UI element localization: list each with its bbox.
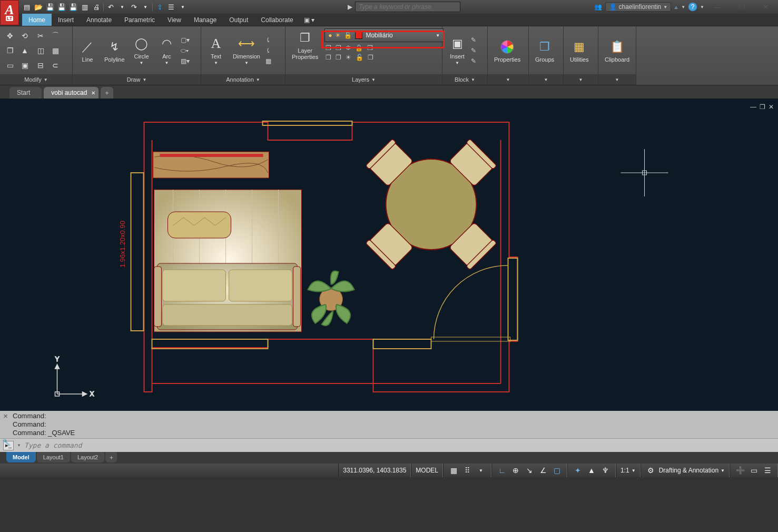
layer-tool-icon[interactable]: ❐: [367, 44, 373, 52]
polyline-button[interactable]: ↯Polyline: [101, 37, 128, 64]
polar-icon[interactable]: ⊕: [510, 466, 521, 475]
scale-icon[interactable]: ▣: [18, 58, 32, 72]
layout-tab-1[interactable]: Layout1: [37, 452, 70, 462]
layer-tool-icon[interactable]: ❄: [346, 44, 351, 52]
mirror-icon[interactable]: ▲: [18, 44, 32, 57]
layer-tool-icon[interactable]: ☀: [346, 54, 351, 61]
panel-label-groups[interactable]: ▼: [529, 74, 563, 85]
openweb-icon[interactable]: ▥: [80, 2, 90, 12]
panel-label-draw[interactable]: Draw ▼: [73, 74, 201, 85]
array-icon[interactable]: ▦: [48, 44, 62, 57]
lweight-icon[interactable]: ✦: [572, 466, 584, 475]
tab-insert[interactable]: Insert: [52, 14, 80, 26]
hatch-icon[interactable]: ▨▾: [181, 57, 190, 65]
tab-parametric[interactable]: Parametric: [118, 14, 161, 26]
dimension-button[interactable]: ⟷Dimension▼: [230, 34, 263, 66]
offset-icon[interactable]: ◫: [34, 44, 47, 57]
panel-label-modify[interactable]: Modify ▼: [0, 74, 72, 85]
table-icon[interactable]: ▦: [265, 57, 271, 65]
groups-button[interactable]: ❐Groups: [532, 37, 557, 64]
layer-tool-icon[interactable]: ❐: [368, 54, 373, 61]
app-exchange-icon[interactable]: ⟁: [674, 3, 678, 11]
rotate-icon[interactable]: ⟲: [18, 29, 32, 43]
status-space[interactable]: MODEL: [411, 464, 443, 477]
layer-tool-icon[interactable]: ❐: [326, 54, 331, 61]
close-icon[interactable]: ✕: [91, 90, 95, 96]
line-button[interactable]: ／Line: [76, 37, 99, 64]
circle-button[interactable]: ◯Circle▼: [130, 34, 153, 66]
ellipse-icon[interactable]: ⬭▾: [181, 47, 190, 54]
panel-label-utilities[interactable]: ▼: [564, 74, 598, 85]
stretch-icon[interactable]: ▭: [3, 58, 17, 72]
panel-label-properties[interactable]: ▼: [488, 74, 528, 85]
insert-button[interactable]: ▣Insert▼: [446, 34, 469, 66]
chevron-down-icon[interactable]: ▼: [117, 2, 127, 12]
help-icon[interactable]: ?: [688, 3, 697, 11]
monitor-icon[interactable]: ➕: [734, 466, 746, 475]
chevron-down-icon[interactable]: ▼: [178, 2, 188, 12]
leader2-icon[interactable]: ⤹: [265, 47, 271, 54]
copy-icon[interactable]: ❐: [3, 44, 17, 57]
vp-restore-icon[interactable]: ❐: [760, 103, 765, 111]
tab-output[interactable]: Output: [223, 14, 254, 26]
app-logo[interactable]: ALT: [0, 0, 19, 25]
layer-tool-icon[interactable]: ❐: [336, 44, 341, 52]
status-coords[interactable]: 3311.0396, 1403.1835: [338, 464, 411, 477]
undo-icon[interactable]: ↶: [106, 2, 115, 12]
transparency-icon[interactable]: ▲: [586, 466, 597, 475]
chevron-down-icon[interactable]: ▼: [681, 5, 685, 9]
tab-collaborate[interactable]: Collaborate: [254, 14, 299, 26]
customize-icon[interactable]: ☰: [762, 466, 773, 475]
chevron-down-icon[interactable]: ▼: [17, 443, 21, 448]
saveas-icon[interactable]: 💾: [57, 2, 66, 12]
layer-dropdown[interactable]: ● ☀ 🔓 Mobiliário ▼: [324, 28, 444, 42]
fillet-icon[interactable]: ⌒: [48, 29, 62, 43]
grid-icon[interactable]: ▦: [448, 466, 459, 475]
panel-label-block[interactable]: Block ▼: [442, 74, 487, 85]
user-pill[interactable]: 👤 chaelinfiorentin ▼: [605, 2, 672, 12]
edit-block-icon[interactable]: ✎: [471, 47, 476, 54]
wrench-icon[interactable]: 🔧: [2, 438, 11, 446]
cycling-icon[interactable]: ♆: [599, 466, 611, 475]
utilities-button[interactable]: ▦Utilities: [567, 37, 592, 64]
rectangle-icon[interactable]: ▢▾: [181, 36, 190, 44]
minimize-button[interactable]: —: [705, 0, 730, 14]
move-icon[interactable]: ✥: [3, 29, 17, 43]
command-input[interactable]: [24, 441, 775, 449]
tab-start[interactable]: Start: [9, 87, 42, 98]
gear-icon[interactable]: ⚙: [645, 466, 657, 475]
signin-icon[interactable]: 👥: [594, 3, 602, 11]
trim-icon[interactable]: ✂: [34, 29, 47, 43]
layer-tool-icon[interactable]: 🔒: [355, 44, 363, 52]
search-input[interactable]: [355, 2, 460, 12]
status-scale[interactable]: 1:1 ▼: [616, 464, 641, 477]
tab-current-file[interactable]: vobi autocad✕: [44, 87, 99, 98]
arc-button[interactable]: ◠Arc▼: [155, 34, 179, 66]
create-block-icon[interactable]: ✎: [471, 36, 476, 44]
play-icon[interactable]: ▶: [348, 3, 352, 11]
properties-button[interactable]: Properties: [491, 37, 524, 64]
layer-tool-icon[interactable]: ❐: [336, 54, 341, 61]
chevron-down-icon[interactable]: ▼: [141, 2, 150, 12]
share-icon[interactable]: ⇪: [155, 2, 164, 12]
chevron-down-icon[interactable]: ▼: [700, 5, 704, 9]
attr-icon[interactable]: ✎: [471, 57, 476, 65]
panel-label-clipboard[interactable]: ▼: [598, 74, 636, 85]
vp-close-icon[interactable]: ✕: [769, 103, 774, 111]
panel-label-layers[interactable]: Layers ▼: [285, 74, 442, 85]
explode-icon[interactable]: ⊂: [48, 58, 62, 72]
leader-icon[interactable]: ⤹: [265, 36, 271, 44]
save-icon[interactable]: 💾: [45, 2, 55, 12]
add-layout-button[interactable]: ＋: [105, 452, 117, 462]
close-icon[interactable]: ✕: [3, 412, 8, 420]
snap-icon[interactable]: ⠿: [461, 466, 473, 475]
text-button[interactable]: AText▼: [204, 34, 228, 66]
new-icon[interactable]: ▤: [22, 2, 32, 12]
workspace-selector[interactable]: Drafting & Annotation: [659, 467, 718, 474]
drawing-canvas[interactable]: — ❐ ✕: [0, 99, 778, 411]
layout-tab-2[interactable]: Layout2: [71, 452, 104, 462]
maximize-button[interactable]: ☐: [730, 0, 754, 14]
clean-icon[interactable]: ▭: [748, 466, 760, 475]
saveweb-icon[interactable]: 💾: [68, 2, 78, 12]
list-icon[interactable]: ☰: [166, 2, 176, 12]
